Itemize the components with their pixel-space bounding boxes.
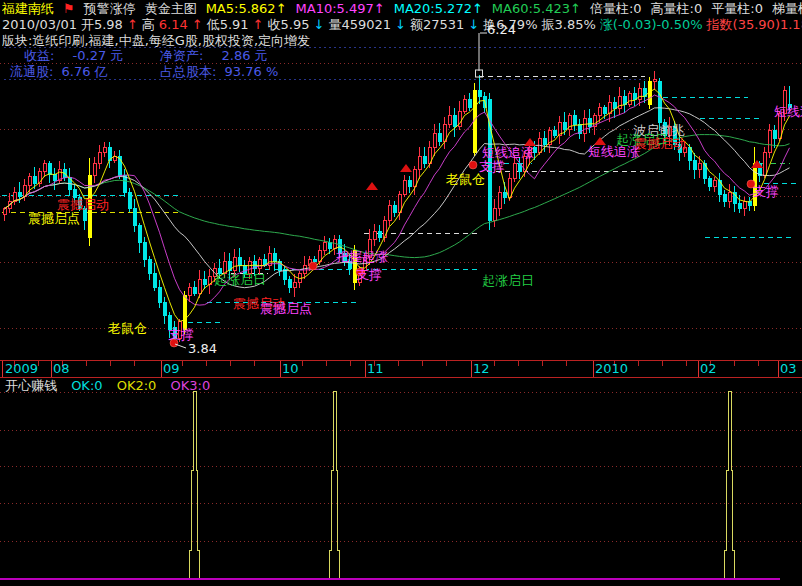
chart-annotation: 震撼启点 — [28, 211, 80, 226]
ma10-value: MA10:5.497↑ — [296, 1, 385, 16]
net-asset-cell: 净资产: 2.86 元 — [160, 48, 268, 63]
chart-annotation: 起涨启日 — [482, 273, 534, 288]
header-row-quotes: 福建南纸⚑预警涨停黄金主图MA5:5.862↑MA10:5.497↑MA20:5… — [2, 1, 802, 16]
chart-annotation: 短线追涨 — [482, 145, 534, 160]
volume-value: 量459021 — [328, 17, 391, 32]
subchart-indicator-name: 开心赚钱 — [5, 378, 57, 393]
chart-annotation: 6.24 — [487, 22, 516, 37]
main-chart-canvas: 2009080910111220100203 — [0, 0, 802, 586]
earnings-cell: 收益: -0.27 元 — [24, 48, 123, 63]
total-share-pct-value: 93.76 % — [225, 64, 279, 79]
chart-annotation: 把握起涨 — [336, 249, 388, 264]
chart-annotation: 支撑 — [356, 267, 382, 282]
pillar-stat: 平量柱:0 — [711, 1, 763, 16]
down-arrow-icon: ↓ — [395, 17, 406, 32]
svg-text:03: 03 — [780, 361, 797, 376]
svg-text:11: 11 — [367, 361, 384, 376]
ma60-value: MA60:5.423↑ — [492, 1, 581, 16]
alert-flag-icon: ⚑ — [63, 1, 75, 16]
low-value: 低5.91 — [207, 17, 249, 32]
chart-annotation: 短线追涨 — [774, 104, 802, 119]
subchart-ok3-value: OK3:0 — [171, 378, 211, 393]
up-arrow-icon: ↑ — [192, 17, 203, 32]
subchart-ok1-value: OK:0 — [71, 378, 102, 393]
svg-text:10: 10 — [282, 361, 299, 376]
net-asset-label: 净资产: — [160, 48, 203, 63]
subchart-ok2-value: OK2:0 — [117, 378, 157, 393]
ma5-value: MA5:5.862↑ — [206, 1, 287, 16]
svg-text:12: 12 — [473, 361, 490, 376]
close-value: 收5.95 — [268, 17, 310, 32]
x-axis-layer: 2009080910111220100203 — [0, 361, 802, 378]
earnings-label: 收益: — [24, 48, 54, 63]
svg-text:2009: 2009 — [5, 361, 38, 376]
stock-chart-app: 2009080910111220100203 福建南纸⚑预警涨停黄金主图MA5:… — [0, 0, 802, 586]
subchart-header: 开心赚钱 OK:0 OK2:0 OK3:0 — [5, 378, 220, 393]
gridline-layer — [0, 48, 802, 542]
svg-text:2010: 2010 — [595, 361, 628, 376]
board-text: 版块:造纸印刷,福建,中盘,每经G股,股权投资,定向增发 — [2, 33, 310, 48]
down-arrow-icon: ↓ — [313, 17, 324, 32]
chart-annotation: 短线追涨 — [588, 144, 640, 159]
total-share-pct-cell: 占总股本: 93.76 % — [160, 64, 278, 79]
chart-annotation: 震撼启动 — [634, 136, 686, 151]
svg-text:08: 08 — [53, 361, 70, 376]
float-shares-cell: 流通股: 6.76 亿 — [10, 64, 108, 79]
up-arrow-icon: ↑ — [253, 17, 264, 32]
index-value: 指数(35.90)1.18% — [707, 17, 802, 32]
candlestick-layer — [3, 71, 791, 345]
signal-subchart-layer — [0, 391, 780, 579]
ma20-value: MA20:5.272↑ — [394, 1, 483, 16]
float-shares-value: 6.76 亿 — [62, 64, 108, 79]
pillar-stat: 高量柱:0 — [651, 1, 703, 16]
amplitude-value: 振3.85% — [542, 17, 596, 32]
svg-text:02: 02 — [700, 361, 717, 376]
chart-annotation: 3.84 — [188, 341, 217, 356]
chart-annotation: 老鼠仓 — [446, 172, 485, 187]
alert-label: 预警涨停 — [84, 1, 136, 16]
float-shares-label: 流通股: — [10, 64, 53, 79]
board-row: 版块:造纸印刷,福建,中盘,每经G股,股权投资,定向增发 — [2, 33, 802, 48]
chart-annotation: 老鼠仓 — [108, 321, 147, 336]
change-value: 涨(-0.03)-0.50% — [600, 17, 703, 32]
total-share-pct-label: 占总股本: — [160, 64, 216, 79]
date-value: 2010/03/01 — [2, 17, 77, 32]
chart-annotation: 震撼启点 — [260, 301, 312, 316]
open-value: 开5.98 — [81, 17, 123, 32]
high-label: 高 — [142, 17, 155, 32]
down-arrow-icon: ↓ — [468, 17, 479, 32]
up-arrow-icon: ↑ — [127, 17, 138, 32]
indicator-title: 黄金主图 — [145, 1, 197, 16]
pillar-stat: 梯量柱:0 — [772, 1, 802, 16]
chart-annotation: 支撑 — [753, 184, 779, 199]
header-row-daily-stats: 2010/03/01开5.98↑高6.14↑低5.91↑收5.95↓量45902… — [2, 17, 802, 32]
amount-value: 额27531 — [410, 17, 464, 32]
chart-annotation: 支撑 — [168, 327, 194, 342]
svg-text:09: 09 — [163, 361, 180, 376]
net-asset-value: 2.86 元 — [222, 48, 268, 63]
chart-annotation: 震撼启动 — [57, 197, 109, 212]
chart-annotation: 起涨启日 — [214, 272, 266, 287]
high-value: 6.14 — [159, 17, 188, 32]
earnings-value: -0.27 元 — [73, 48, 124, 63]
pillar-stat: 倍量柱:0 — [590, 1, 642, 16]
stock-name: 福建南纸 — [2, 1, 54, 16]
